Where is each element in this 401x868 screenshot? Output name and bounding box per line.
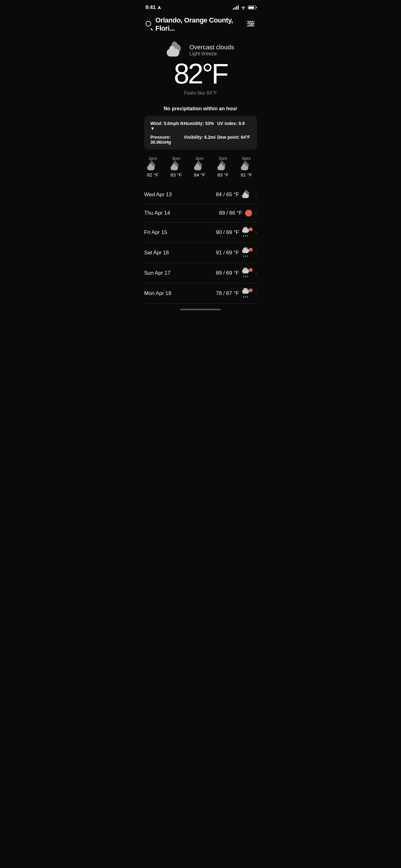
hourly-temp: 84 °F xyxy=(194,172,205,178)
hourly-time: 3pm xyxy=(172,156,180,161)
wifi-icon xyxy=(240,5,246,10)
battery-fill xyxy=(248,6,254,9)
battery-icon xyxy=(248,6,256,9)
daily-temps: 91 / 69 °F xyxy=(216,250,239,256)
hourly-time: 6pm xyxy=(242,156,250,161)
hourly-time: 5pm xyxy=(219,156,227,161)
hourly-cloud-icon xyxy=(194,163,205,170)
precipitation-banner: No precipitation within an hour xyxy=(139,104,262,116)
hourly-cloud-icon xyxy=(218,163,229,170)
stat-visibility: Visibility: 6.2mi xyxy=(184,135,218,145)
daily-date: Wed Apr 13 xyxy=(144,191,216,198)
hourly-cloud-icon xyxy=(241,163,252,170)
daily-temps: 84 / 65 °F xyxy=(216,191,239,198)
daily-right: 91 / 69 °F › xyxy=(216,248,257,257)
daily-cloud-icon xyxy=(242,191,252,198)
signal-bar-2 xyxy=(235,7,235,10)
daily-item[interactable]: Mon Apr 18 78 / 67 °F › xyxy=(144,283,257,304)
hourly-container: 2pm 82 °F 3pm 83 °F 4pm 84 °F xyxy=(144,156,262,179)
status-time: 9:41 xyxy=(145,4,156,11)
hourly-item: 6pm 81 °F xyxy=(238,156,255,179)
hourly-temp: 81 °F xyxy=(241,172,252,178)
hourly-scroll[interactable]: 2pm 82 °F 3pm 83 °F 4pm 84 °F xyxy=(139,156,262,186)
daily-rain-icon xyxy=(242,248,252,257)
daily-date: Fri Apr 15 xyxy=(144,229,216,236)
stat-dewpoint: Dew point: 64°F xyxy=(218,135,251,145)
chevron-icon: › xyxy=(255,192,257,197)
daily-temps: 89 / 66 °F xyxy=(219,210,242,216)
status-bar: 9:41 xyxy=(139,0,262,13)
location-text: Orlando, Orange County, Flori... xyxy=(156,16,246,32)
main-weather: Overcast clouds Light breeze 82°F Feels … xyxy=(139,37,262,104)
daily-item[interactable]: Sat Apr 16 91 / 69 °F › xyxy=(144,243,257,263)
location-arrow-icon xyxy=(157,5,162,10)
feels-like: Feels like 84°F xyxy=(145,90,256,96)
daily-item[interactable]: Wed Apr 13 84 / 65 °F › xyxy=(144,186,257,204)
stats-grid: Wind: 5.0mph N ▼ Humidity: 53% UV index:… xyxy=(144,116,257,150)
daily-temps: 89 / 69 °F xyxy=(216,270,239,276)
hourly-temp: 83 °F xyxy=(170,172,182,178)
signal-bars xyxy=(233,5,239,10)
search-left: Orlando, Orange County, Flori... xyxy=(145,16,246,32)
svg-point-1 xyxy=(248,21,250,23)
hourly-cloud-icon xyxy=(170,163,182,170)
condition-main: Overcast clouds xyxy=(189,44,234,51)
daily-temps: 78 / 67 °F xyxy=(216,290,239,297)
hourly-item: 4pm 84 °F xyxy=(191,156,208,179)
home-indicator xyxy=(139,304,262,313)
hourly-temp: 82 °F xyxy=(147,172,158,178)
signal-bar-3 xyxy=(236,6,237,10)
daily-item[interactable]: Fri Apr 15 90 / 69 °F › xyxy=(144,222,257,243)
daily-list: Wed Apr 13 84 / 65 °F › Thu Apr 14 89 / … xyxy=(139,186,262,304)
daily-right: 89 / 69 °F › xyxy=(216,269,257,277)
daily-sun-icon xyxy=(245,210,252,217)
chevron-icon: › xyxy=(255,250,257,256)
hourly-cloud-icon xyxy=(147,163,158,170)
daily-right: 78 / 67 °F › xyxy=(216,289,257,298)
daily-rain-icon xyxy=(242,269,252,277)
status-icons xyxy=(233,5,256,10)
condition-sub: Light breeze xyxy=(189,51,234,57)
chevron-icon: › xyxy=(255,270,257,276)
hourly-item: 5pm 83 °F xyxy=(214,156,232,179)
daily-item[interactable]: Sun Apr 17 89 / 69 °F › xyxy=(144,263,257,283)
hourly-time: 2pm xyxy=(148,156,157,161)
daily-date: Thu Apr 14 xyxy=(144,210,219,216)
weather-condition-icon xyxy=(167,44,186,57)
daily-date: Sat Apr 16 xyxy=(144,250,216,256)
svg-point-5 xyxy=(249,25,251,27)
hourly-temp: 83 °F xyxy=(218,172,229,178)
hourly-item: 3pm 83 °F xyxy=(168,156,185,179)
stat-pressure: Pressure: 30.06inHg xyxy=(151,135,184,145)
hourly-item: 7pm 77 °F xyxy=(261,156,262,179)
condition-row: Overcast clouds Light breeze xyxy=(145,44,256,57)
search-bar[interactable]: Orlando, Orange County, Flori... xyxy=(139,13,262,37)
svg-point-3 xyxy=(252,23,253,25)
home-bar xyxy=(180,309,221,310)
daily-item[interactable]: Thu Apr 14 89 / 66 °F › xyxy=(144,204,257,222)
stat-uv: UV index: 9.9 xyxy=(218,121,251,131)
daily-rain-icon xyxy=(242,289,252,298)
daily-right: 84 / 65 °F › xyxy=(216,191,257,198)
signal-bar-4 xyxy=(238,5,239,10)
condition-text: Overcast clouds Light breeze xyxy=(189,44,234,57)
temperature-display: 82°F xyxy=(145,60,256,88)
daily-right: 90 / 69 °F › xyxy=(216,228,257,237)
daily-right: 89 / 66 °F › xyxy=(219,210,257,217)
chevron-icon: › xyxy=(255,290,257,296)
stat-wind: Wind: 5.0mph N ▼ xyxy=(151,121,184,131)
daily-temps: 90 / 69 °F xyxy=(216,229,239,236)
chevron-icon: › xyxy=(255,230,257,235)
daily-date: Mon Apr 18 xyxy=(144,290,216,297)
chevron-icon: › xyxy=(255,210,257,216)
hourly-time: 4pm xyxy=(195,156,204,161)
stat-humidity: Humidity: 53% xyxy=(184,121,218,131)
search-icon xyxy=(145,21,153,28)
hourly-item: 2pm 82 °F xyxy=(144,156,162,179)
daily-date: Sun Apr 17 xyxy=(144,270,216,276)
daily-rain-icon xyxy=(242,228,252,237)
filter-icon[interactable] xyxy=(246,20,256,29)
signal-bar-1 xyxy=(233,8,234,10)
